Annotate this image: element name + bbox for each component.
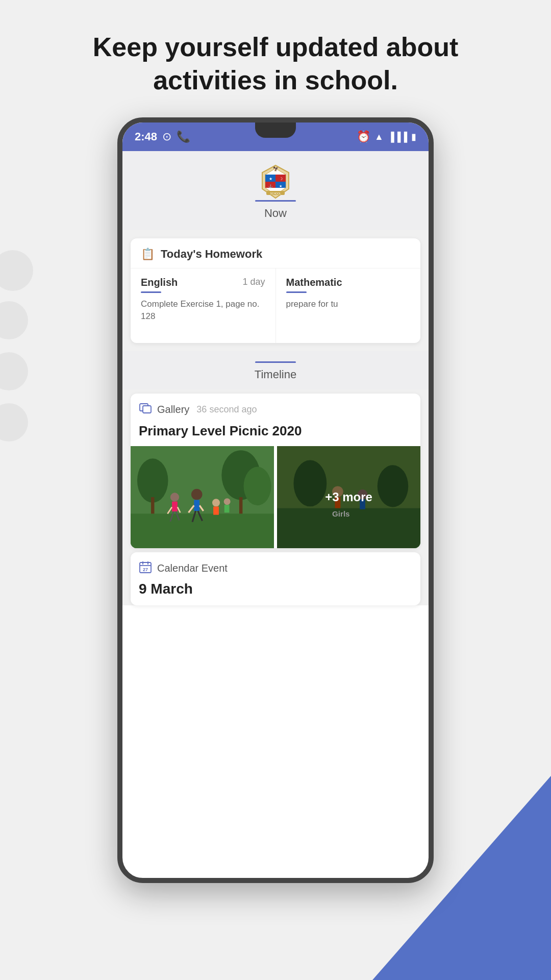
svg-point-19: [244, 467, 271, 505]
phone-frame: 2:48 ⊙ 📞 ⏰ ▲ ▐▐▐ ▮: [117, 117, 434, 883]
alarm-icon: ⏰: [357, 130, 370, 143]
page-header: Keep yourself updated about activities i…: [0, 0, 551, 117]
svg-point-15: [137, 458, 168, 502]
svg-text:★: ★: [269, 177, 272, 181]
timeline-section: Timeline: [122, 351, 429, 389]
school-section: ★ ☽ ⚓ ★ 🦅 SCHOOL Now: [122, 151, 429, 230]
phone-icon: 📞: [177, 130, 190, 143]
now-label: Now: [264, 207, 287, 220]
timeline-label: Timeline: [255, 368, 296, 381]
svg-rect-12: [143, 406, 151, 413]
svg-point-26: [170, 493, 179, 501]
hw-english-description: Complete Exercise 1, page no. 128: [141, 298, 265, 323]
gallery-images: Girls +3 more: [131, 446, 420, 548]
svg-point-20: [191, 488, 203, 500]
calendar-icon: 27: [139, 560, 152, 577]
hw-english-days: 1 day: [242, 277, 265, 287]
wifi-icon: ▲: [374, 132, 384, 142]
hw-english-underline: [141, 291, 161, 293]
svg-text:🦅: 🦅: [273, 166, 279, 172]
svg-rect-16: [151, 497, 154, 513]
calendar-type-label: Calendar Event: [157, 562, 228, 574]
homework-items-list: English 1 day Complete Exercise 1, page …: [131, 268, 420, 343]
homework-item-english[interactable]: English 1 day Complete Exercise 1, page …: [131, 268, 276, 343]
gallery-card[interactable]: Gallery 36 second ago Primary Level Picn…: [131, 394, 420, 548]
now-divider: [255, 200, 296, 202]
gallery-icon: [139, 402, 152, 418]
gallery-type-label: Gallery: [157, 404, 189, 415]
gallery-title: Primary Level Picnic 2020: [139, 423, 412, 439]
gallery-time: 36 second ago: [196, 404, 257, 415]
phone-notch: [255, 122, 296, 138]
calendar-meta: 27 Calendar Event: [139, 560, 412, 577]
timeline-divider: [255, 361, 296, 363]
svg-text:27: 27: [143, 567, 148, 572]
homework-item-math[interactable]: Mathematic prepare for tu: [276, 268, 421, 343]
homework-title: Today's Homework: [161, 248, 262, 261]
svg-point-34: [224, 498, 231, 505]
status-time: 2:48: [135, 130, 157, 143]
svg-text:★: ★: [279, 184, 282, 188]
gallery-photo-1[interactable]: [131, 446, 274, 548]
maps-icon: ⊙: [162, 130, 171, 143]
svg-rect-35: [224, 505, 230, 512]
calendar-date: 9 March: [139, 581, 412, 597]
app-body: ★ ☽ ⚓ ★ 🦅 SCHOOL Now 📋 Today's Homewor: [122, 151, 429, 605]
svg-rect-27: [172, 501, 178, 511]
homework-icon: 📋: [141, 248, 155, 261]
status-right: ⏰ ▲ ▐▐▐ ▮: [357, 130, 416, 143]
svg-point-32: [212, 499, 220, 506]
signal-icon: ▐▐▐: [388, 132, 407, 142]
homework-card[interactable]: 📋 Today's Homework English 1 day Complet…: [131, 238, 420, 343]
hw-math-top: Mathematic: [286, 277, 411, 288]
hw-math-underline: [286, 291, 307, 293]
calendar-event-card[interactable]: 27 Calendar Event 9 March: [131, 552, 420, 605]
phone-mockup: 2:48 ⊙ 📞 ⏰ ▲ ▐▐▐ ▮: [0, 117, 551, 883]
battery-icon: ▮: [411, 131, 416, 142]
svg-text:☽: ☽: [279, 177, 283, 181]
svg-text:SCHOOL: SCHOOL: [270, 192, 281, 195]
svg-rect-21: [194, 500, 199, 511]
homework-card-header: 📋 Today's Homework: [131, 238, 420, 268]
gallery-photo-2[interactable]: Girls +3 more: [277, 446, 420, 548]
gallery-meta: Gallery 36 second ago: [139, 402, 412, 418]
gallery-overlay: +3 more: [277, 446, 420, 548]
svg-text:⚓: ⚓: [268, 184, 273, 188]
hw-english-subject: English: [141, 277, 178, 288]
hw-math-subject: Mathematic: [286, 277, 342, 288]
school-crest-icon: ★ ☽ ⚓ ★ 🦅 SCHOOL: [257, 163, 294, 200]
hw-english-top: English 1 day: [141, 277, 265, 288]
svg-rect-18: [239, 497, 242, 513]
gallery-more-count: +3 more: [325, 490, 372, 504]
status-left: 2:48 ⊙ 📞: [135, 130, 190, 143]
svg-rect-33: [213, 506, 219, 514]
hw-math-description: prepare for tu: [286, 298, 411, 310]
